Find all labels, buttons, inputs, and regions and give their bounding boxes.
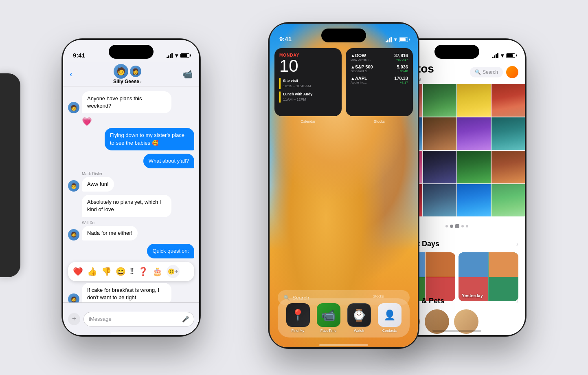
event-dot-2 (279, 91, 281, 103)
tapback-exclaim[interactable]: ‼️ (130, 267, 134, 276)
phone-messages-screen: 9:41 ▾ (63, 40, 199, 335)
bar2-p (494, 55, 495, 58)
avatar-will-2: 🧔 (68, 293, 79, 302)
stock-sp500-change: +80.48 (397, 69, 408, 73)
photo-cell-2-2[interactable] (423, 117, 456, 150)
homescreen-app: 9:41 ▾ (270, 24, 418, 347)
tapback-laugh[interactable]: 😄 (116, 267, 126, 276)
bubble-6: Nada for me either! (82, 226, 138, 240)
photo-cell-3-4[interactable] (491, 151, 525, 183)
stock-dow-values: 37,816 +570.17 (394, 53, 408, 62)
message-row-6: 🧔 Nada for me either! (68, 226, 194, 240)
home-indicator-messages (111, 332, 151, 334)
widgets-area: MONDAY 10 Site visit 10:15 – 10:45AM (274, 48, 413, 116)
group-avatar-2: 👩 (130, 66, 141, 77)
recent-days-chevron[interactable]: › (516, 240, 518, 248)
photo-cell-1-4[interactable] (491, 84, 525, 117)
people-pets-chevron[interactable]: › (516, 298, 518, 305)
dock: 📍 Find My 📹 FaceTime ⌚ Wa (278, 298, 410, 338)
battery-icon-photos (506, 53, 515, 58)
dock-contacts[interactable]: 👤 Contacts (378, 303, 402, 333)
phones-container: 9:41 ▾ (50, 10, 538, 365)
message-row-3: What about y'all? (68, 154, 194, 168)
dot-grid (455, 224, 459, 228)
messages-app: 9:41 ▾ (63, 40, 199, 335)
video-call-button[interactable]: 📹 (182, 69, 193, 79)
user-avatar-photos[interactable] (506, 66, 518, 78)
tapback-thumbsdown[interactable]: 👎 (101, 267, 112, 276)
phone-homescreen: 9:41 ▾ (268, 22, 419, 349)
back-button[interactable]: ‹ (70, 69, 72, 79)
event-info-2: Lunch with Andy 11AM – 12PM (283, 92, 312, 102)
dock-findmy[interactable]: 📍 Find My (286, 303, 310, 333)
photos-search-button[interactable]: 🔍 Search (470, 67, 503, 77)
calendar-event-1: Site visit 10:15 – 10:45AM (279, 78, 337, 89)
collage-cell-2 (426, 252, 455, 277)
photo-cell-2-3[interactable] (457, 117, 491, 150)
bubble-5: Absolutely no plans yet, which I kind of… (82, 195, 171, 217)
stock-sp500-info: ▲S&P 500 Standard &... (351, 64, 373, 73)
imessage-input[interactable]: iMessage 🎤 (83, 312, 194, 326)
home-indicator-photos (432, 330, 481, 332)
photo-cell-1-3[interactable] (457, 84, 491, 117)
photo-cell-4-3[interactable] (457, 184, 491, 216)
add-reaction-button[interactable]: 🙂+ (167, 265, 180, 278)
sender-label-mark: Mark Disler (82, 172, 194, 176)
calendar-widget[interactable]: MONDAY 10 Site visit 10:15 – 10:45AM (274, 48, 342, 116)
stock-dow-change: +570.17 (394, 58, 408, 62)
stock-aapl-value: 170.33 (394, 76, 408, 81)
stock-sp500-symbol: ▲S&P 500 (351, 64, 373, 69)
tapback-bar: ❤️ 👍 👎 😄 ‼️ ❓ 🎂 🙂+ (68, 262, 194, 281)
event-time-2: 11AM – 12PM (283, 97, 312, 102)
dynamic-island-messages (109, 45, 154, 59)
tapback-heart[interactable]: ❤️ (73, 267, 83, 276)
bar2-h (387, 40, 388, 42)
imessage-placeholder: iMessage (89, 316, 112, 322)
battery-fill-home (400, 38, 406, 41)
home-indicator-home (319, 344, 368, 346)
photo-cell-3-3[interactable] (457, 151, 491, 183)
event-info-1: Site visit 10:15 – 10:45AM (283, 78, 311, 88)
bar1 (167, 57, 168, 58)
calendar-widget-label: Calendar (274, 119, 342, 124)
photo-cell-4-4[interactable] (491, 184, 525, 216)
status-icons-photos: ▾ (492, 52, 515, 59)
phone-partial-edge (0, 73, 20, 277)
photo-cell-2-4[interactable] (491, 117, 525, 150)
status-time-messages: 9:41 (73, 52, 85, 59)
battery-fill (181, 54, 187, 57)
tapback-question[interactable]: ❓ (138, 267, 148, 276)
phone-homescreen-screen: 9:41 ▾ (270, 24, 418, 347)
stock-dow-source: Dow Jones I... (351, 58, 371, 62)
messages-content: 🧑 Anyone have plans this weekend? 💗 Flyi… (63, 86, 199, 302)
dot-3 (461, 225, 464, 227)
stock-sp500: ▲S&P 500 Standard &... 5,036 +80.48 (351, 64, 408, 73)
app-icon-facetime: 📹 (317, 303, 340, 327)
dock-facetime[interactable]: 📹 FaceTime (317, 303, 340, 333)
add-attachment-button[interactable]: + (68, 313, 80, 325)
calendar-events: Site visit 10:15 – 10:45AM Lunch with An… (279, 78, 337, 103)
group-name: Silly Geese (113, 79, 139, 84)
search-icon-photos: 🔍 (475, 69, 481, 75)
calendar-date: 10 (279, 57, 337, 75)
tapback-cake[interactable]: 🎂 (152, 267, 162, 276)
app-icon-watch: ⌚ (347, 303, 371, 327)
battery-fill-photos (507, 54, 513, 57)
avatar-1: 🧑 (68, 102, 79, 113)
recent-card-yesterday[interactable]: Yesterday (459, 252, 518, 301)
photo-cell-1-2[interactable] (423, 84, 456, 117)
app-label-facetime: FaceTime (320, 329, 337, 333)
photo-cell-3-2[interactable] (423, 151, 456, 183)
tapback-thumbsup[interactable]: 👍 (87, 267, 97, 276)
bubble-3: What about y'all? (143, 154, 194, 168)
stocks-widget[interactable]: ▲DOW Dow Jones I... 37,816 +570.17 ▲S (346, 48, 413, 116)
dock-watch[interactable]: ⌚ Watch (347, 303, 371, 333)
bar3 (170, 54, 171, 58)
facetime-icon: 📹 (321, 309, 336, 322)
signal-icon-photos (492, 53, 498, 58)
photo-cell-4-2[interactable] (423, 184, 456, 216)
wifi-icon-home: ▾ (394, 37, 397, 42)
stock-sp500-values: 5,036 +80.48 (397, 64, 408, 73)
app-icon-findmy: 📍 (286, 303, 310, 327)
collage-cell-y1 (459, 252, 488, 277)
